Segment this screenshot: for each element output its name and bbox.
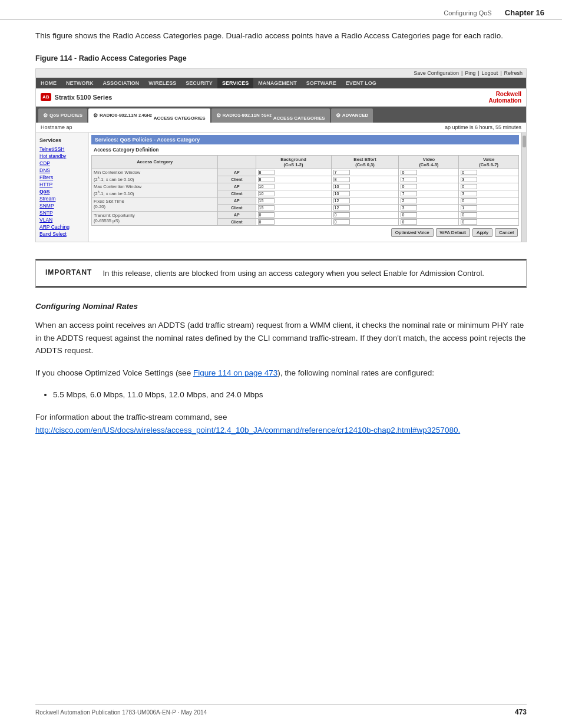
para2-text: If you choose Optimized Voice Settings (…	[35, 368, 193, 377]
input-txop-bg-client[interactable]	[258, 219, 275, 225]
sidebar-link-arpcaching[interactable]: ARP Caching	[36, 223, 88, 230]
input-fst-voi-ap[interactable]	[461, 198, 477, 203]
input-max-vid-ap[interactable]	[401, 184, 417, 189]
logout-link[interactable]: Logout	[482, 70, 498, 76]
tab-radio1[interactable]: ⚙ RADIO1-802.11N5GHzACCESS CATEGORIES	[211, 108, 330, 123]
sidebar-link-vlan[interactable]: VLAN	[36, 216, 88, 223]
input-min-bg-ap[interactable]	[258, 170, 275, 175]
sidebar-link-sntp[interactable]: SNTP	[36, 209, 88, 216]
input-max-voi-client[interactable]	[461, 191, 477, 196]
input-fst-be-client[interactable]	[333, 205, 350, 210]
tab-advanced[interactable]: ⚙ ADVANCED	[331, 108, 373, 123]
sidebar-title: Services	[36, 136, 88, 146]
nav-software[interactable]: SOFTWARE	[302, 78, 341, 88]
body-para-3: For information about the traffic-stream…	[35, 411, 527, 436]
sc-scrollbar-thumb	[523, 136, 526, 147]
input-min-vid-ap[interactable]	[401, 170, 417, 175]
fst-be-ap	[331, 197, 399, 204]
btn-wfa-default[interactable]: WFA Default	[436, 228, 470, 237]
sc-scrollbar[interactable]	[521, 133, 526, 242]
input-max-be-ap[interactable]	[333, 184, 350, 189]
sidebar-link-snmp[interactable]: SNMP	[36, 202, 88, 209]
input-txop-vid-client[interactable]	[401, 219, 417, 225]
chapter-label: Chapter 16	[505, 8, 544, 17]
input-fst-vid-ap[interactable]	[401, 198, 417, 203]
ab-logo: AB	[41, 93, 51, 101]
input-max-voi-ap[interactable]	[461, 184, 477, 189]
input-fst-bg-client[interactable]	[258, 205, 275, 210]
th-best-effort: Best Effort(CoS 0,3)	[331, 155, 399, 169]
input-txop-be-client[interactable]	[333, 219, 350, 225]
input-txop-vid-ap[interactable]	[401, 212, 417, 218]
topbar-sep3: |	[500, 70, 501, 76]
txop-voi-ap	[459, 211, 519, 218]
input-txop-voi-client[interactable]	[461, 219, 477, 225]
th-video: Video(CoS 4-5)	[399, 155, 459, 169]
nav-home[interactable]: HOME	[36, 78, 61, 88]
nav-services[interactable]: SERVICES	[217, 78, 253, 88]
min-be-ap	[331, 169, 399, 176]
input-min-voi-client[interactable]	[461, 177, 477, 182]
sidebar-link-dns[interactable]: DNS	[36, 167, 88, 174]
input-txop-be-ap[interactable]	[333, 212, 350, 218]
sidebar-link-filters[interactable]: Filters	[36, 174, 88, 181]
txop-bg-client	[256, 218, 331, 225]
figure-114-link[interactable]: Figure 114 on page 473	[193, 368, 277, 377]
sc-hostbar: Hostname ap ap uptime is 6 hours, 55 min…	[36, 123, 526, 133]
input-txop-bg-ap[interactable]	[258, 212, 275, 218]
save-config-link[interactable]: Save Configuration	[414, 70, 459, 76]
input-max-vid-client[interactable]	[401, 191, 417, 196]
input-min-be-client[interactable]	[333, 177, 350, 182]
page-header: Configuring QoS Chapter 16	[444, 8, 544, 17]
min-be-client	[331, 176, 399, 183]
btn-cancel[interactable]: Cancel	[495, 228, 518, 237]
th-access-category: Access Category	[92, 155, 218, 169]
table-row: Transmit Opportunity(0-65535 μS) AP	[92, 211, 519, 218]
nav-security[interactable]: SECURITY	[181, 78, 217, 88]
input-min-bg-client[interactable]	[258, 177, 275, 182]
fst-bg-ap	[256, 197, 331, 204]
sidebar-link-stream[interactable]: Stream	[36, 195, 88, 202]
type-client-2: Client	[218, 190, 256, 197]
nav-wireless[interactable]: WIRELESS	[144, 78, 181, 88]
th-type	[218, 155, 256, 169]
sidebar-link-cdp[interactable]: CDP	[36, 160, 88, 167]
input-fst-vid-client[interactable]	[401, 205, 417, 210]
input-txop-voi-ap[interactable]	[461, 212, 477, 218]
important-label: IMPORTANT	[45, 268, 92, 276]
sidebar-link-hotstandby[interactable]: Hot standby	[36, 153, 88, 160]
input-fst-bg-ap[interactable]	[258, 198, 275, 203]
input-min-voi-ap[interactable]	[461, 170, 477, 175]
intro-text: This figure shows the Radio Access Categ…	[35, 29, 527, 42]
sidebar-link-http[interactable]: HTTP	[36, 181, 88, 188]
input-fst-voi-client[interactable]	[461, 205, 477, 210]
nav-association[interactable]: ASSOCIATION	[98, 78, 144, 88]
sc-brand-left: AB Stratix 5100 Series	[41, 93, 112, 101]
nav-management[interactable]: MANAGEMENT	[253, 78, 302, 88]
nav-network[interactable]: NETWORK	[61, 78, 98, 88]
nav-eventlog[interactable]: EVENT LOG	[341, 78, 381, 88]
input-max-bg-ap[interactable]	[258, 184, 275, 189]
input-max-be-client[interactable]	[333, 191, 350, 196]
tab-radio0[interactable]: ⚙ RADIO0-802.11N2.4GHzACCESS CATEGORIES	[88, 108, 210, 123]
input-max-bg-client[interactable]	[258, 191, 275, 196]
max-vid-ap	[399, 183, 459, 190]
sidebar-link-bandselect[interactable]: Band Select	[36, 230, 88, 238]
topbar-sep2: |	[478, 70, 479, 76]
tab-qos-policies[interactable]: ⚙ QoS POLICIES	[38, 108, 87, 123]
sidebar-link-qos[interactable]: QoS	[36, 188, 88, 195]
btn-apply[interactable]: Apply	[472, 228, 492, 237]
refresh-link[interactable]: Refresh	[504, 70, 523, 76]
ping-link[interactable]: Ping	[465, 70, 475, 76]
type-ap-4: AP	[218, 211, 256, 218]
input-fst-be-ap[interactable]	[333, 198, 350, 203]
btn-optimized-voice[interactable]: Optimized Voice	[391, 228, 434, 237]
tab-icon-1: ⚙	[43, 113, 48, 118]
sc-navbar: HOME NETWORK ASSOCIATION WIRELESS SECURI…	[36, 78, 526, 88]
sidebar-link-telnet[interactable]: Telnet/SSH	[36, 146, 88, 153]
external-link[interactable]: http://cisco.com/en/US/docs/wireless/acc…	[35, 426, 460, 434]
sc-body: Services Telnet/SSH Hot standby CDP DNS …	[36, 133, 526, 242]
input-min-vid-client[interactable]	[401, 177, 417, 182]
type-client-1: Client	[218, 176, 256, 183]
input-min-be-ap[interactable]	[333, 170, 350, 175]
